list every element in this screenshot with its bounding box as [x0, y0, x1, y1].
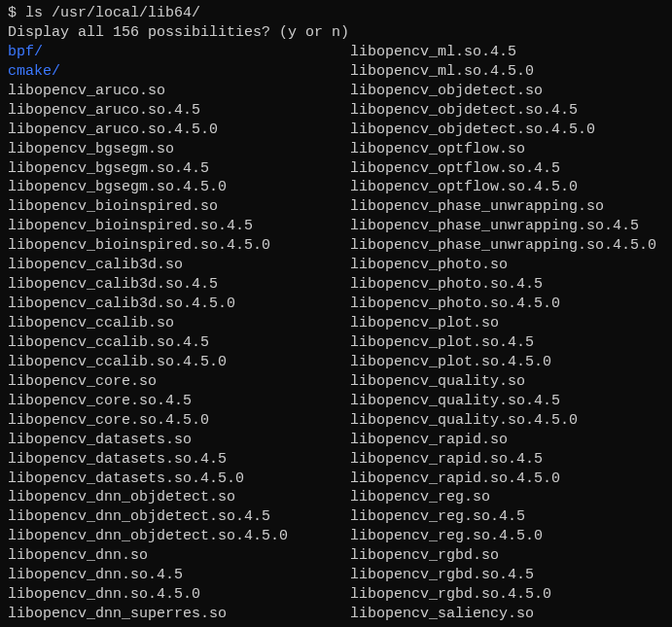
file-entry: libopencv_ccalib.so: [8, 314, 350, 333]
file-entry: libopencv_datasets.so: [8, 431, 350, 450]
file-entry: libopencv_phase_unwrapping.so.4.5: [350, 217, 664, 236]
file-entry: libopencv_dnn_objdetect.so: [8, 488, 350, 507]
file-entry: libopencv_reg.so.4.5.0: [350, 527, 664, 546]
file-entry: libopencv_objdetect.so.4.5.0: [350, 121, 664, 140]
file-entry: libopencv_quality.so: [350, 372, 664, 392]
file-entry: libopencv_photo.so.4.5: [350, 275, 664, 295]
possibilities-question[interactable]: Display all 156 possibilities? (y or n): [8, 23, 664, 43]
file-entry: libopencv_dnn_superres.so: [8, 605, 350, 624]
file-entry: libopencv_datasets.so.4.5: [8, 450, 350, 470]
command-prompt-line[interactable]: $ ls /usr/local/lib64/: [8, 4, 664, 23]
file-entry: libopencv_ccalib.so.4.5.0: [8, 353, 350, 372]
file-entry: libopencv_saliency.so: [350, 605, 664, 624]
file-entry: libopencv_rgbd.so.4.5.0: [350, 585, 664, 605]
file-entry: libopencv_objdetect.so.4.5: [350, 101, 664, 121]
command-text: ls /usr/local/lib64/: [25, 5, 200, 21]
file-entry: libopencv_dnn.so.4.5: [8, 566, 350, 585]
file-entry: libopencv_aruco.so.4.5.0: [8, 121, 350, 140]
file-entry: libopencv_phase_unwrapping.so: [350, 197, 664, 217]
file-column-right: libopencv_ml.so.4.5libopencv_ml.so.4.5.0…: [350, 43, 664, 624]
file-entry: libopencv_rapid.so.4.5: [350, 450, 664, 470]
file-entry: libopencv_bgsegm.so: [8, 140, 350, 159]
file-entry: libopencv_dnn.so: [8, 546, 350, 566]
file-column-left: bpf/cmake/libopencv_aruco.solibopencv_ar…: [8, 43, 350, 624]
file-entry: libopencv_optflow.so.4.5: [350, 159, 664, 179]
file-entry: libopencv_plot.so.4.5: [350, 333, 664, 353]
file-entry: libopencv_core.so: [8, 372, 350, 392]
prompt-symbol: $: [8, 5, 17, 21]
file-entry: libopencv_rgbd.so: [350, 546, 664, 566]
file-entry: libopencv_calib3d.so.4.5.0: [8, 295, 350, 314]
file-entry: libopencv_rapid.so.4.5.0: [350, 470, 664, 489]
file-entry: libopencv_photo.so: [350, 256, 664, 275]
file-entry: libopencv_ml.so.4.5: [350, 43, 664, 62]
file-entry: libopencv_calib3d.so.4.5: [8, 275, 350, 295]
file-entry: libopencv_reg.so: [350, 488, 664, 507]
file-entry: libopencv_core.so.4.5.0: [8, 411, 350, 431]
file-entry: libopencv_dnn.so.4.5.0: [8, 585, 350, 605]
file-entry: libopencv_bioinspired.so: [8, 197, 350, 217]
file-entry: libopencv_ccalib.so.4.5: [8, 333, 350, 353]
file-entry: libopencv_optflow.so.4.5.0: [350, 178, 664, 197]
file-entry: libopencv_plot.so: [350, 314, 664, 333]
file-entry: libopencv_quality.so.4.5.0: [350, 411, 664, 431]
file-entry: libopencv_bioinspired.so.4.5: [8, 217, 350, 236]
file-entry: libopencv_bioinspired.so.4.5.0: [8, 236, 350, 256]
file-entry: libopencv_rgbd.so.4.5: [350, 566, 664, 585]
file-entry: libopencv_dnn_objdetect.so.4.5: [8, 507, 350, 527]
file-listing: bpf/cmake/libopencv_aruco.solibopencv_ar…: [8, 43, 664, 624]
file-entry: libopencv_reg.so.4.5: [350, 507, 664, 527]
file-entry: libopencv_bgsegm.so.4.5.0: [8, 178, 350, 197]
directory-entry: cmake/: [8, 62, 350, 82]
file-entry: libopencv_calib3d.so: [8, 256, 350, 275]
file-entry: libopencv_plot.so.4.5.0: [350, 353, 664, 372]
file-entry: libopencv_quality.so.4.5: [350, 392, 664, 411]
file-entry: libopencv_aruco.so: [8, 82, 350, 101]
file-entry: libopencv_phase_unwrapping.so.4.5.0: [350, 236, 664, 256]
file-entry: libopencv_optflow.so: [350, 140, 664, 159]
file-entry: libopencv_aruco.so.4.5: [8, 101, 350, 121]
file-entry: libopencv_bgsegm.so.4.5: [8, 159, 350, 179]
file-entry: libopencv_ml.so.4.5.0: [350, 62, 664, 82]
file-entry: libopencv_core.so.4.5: [8, 392, 350, 411]
file-entry: libopencv_datasets.so.4.5.0: [8, 470, 350, 489]
directory-entry: bpf/: [8, 43, 350, 62]
file-entry: libopencv_objdetect.so: [350, 82, 664, 101]
file-entry: libopencv_rapid.so: [350, 431, 664, 450]
file-entry: libopencv_dnn_objdetect.so.4.5.0: [8, 527, 350, 546]
file-entry: libopencv_photo.so.4.5.0: [350, 295, 664, 314]
